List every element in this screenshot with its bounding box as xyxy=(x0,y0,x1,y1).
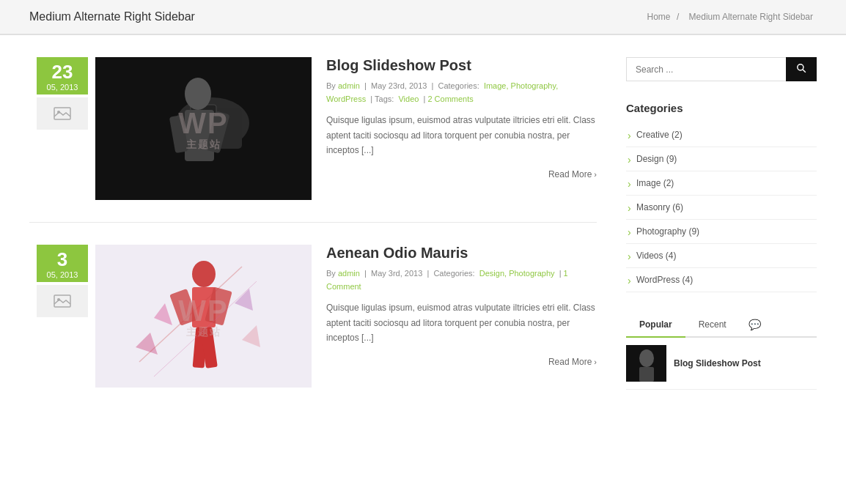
breadcrumb-current: Medium Alternate Right Sidebar xyxy=(689,12,813,22)
meta-tags-label-1: Tags: xyxy=(375,94,394,103)
post-excerpt-1: Quisque ligulas ipsum, euismod atras vul… xyxy=(326,113,597,158)
date-badge-1: 23 05, 2013 xyxy=(29,57,95,200)
post-thumbnail-2: WP主题站 xyxy=(95,245,312,388)
meta-author-1[interactable]: admin xyxy=(338,81,360,90)
tab-popular[interactable]: Popular xyxy=(626,313,685,338)
thumb-light-2: WP主题站 xyxy=(95,245,312,388)
date-month-1: 05, 2013 xyxy=(40,83,85,92)
post1-svg xyxy=(95,57,312,200)
main-container: 23 05, 2013 EVERKI xyxy=(0,35,846,453)
post-title-2[interactable]: Aenean Odio Mauris xyxy=(326,245,597,262)
svg-point-13 xyxy=(192,261,216,287)
post-excerpt-2: Quisque ligulas ipsum, euismod atras vul… xyxy=(326,300,597,345)
page-title: Medium Alternate Right Sidebar xyxy=(29,10,195,23)
tab-recent[interactable]: Recent xyxy=(685,313,740,338)
popular-post-thumb-0 xyxy=(626,345,666,382)
search-box xyxy=(626,57,817,81)
search-button[interactable] xyxy=(786,57,817,81)
post-type-icon-2 xyxy=(37,285,88,317)
post-meta-2: By admin | May 3rd, 2013 | Categories: D… xyxy=(326,267,597,293)
tabs-section: Popular Recent 💬 Blog Slideshow Post xyxy=(626,313,817,390)
date-month-2: 05, 2013 xyxy=(40,270,85,279)
meta-author-2[interactable]: admin xyxy=(338,269,360,278)
meta-categories-2[interactable]: Design, Photography xyxy=(479,269,555,278)
meta-categories-label-2: Categories: xyxy=(433,269,474,278)
date-day-2: 3 xyxy=(40,249,85,270)
read-more-chevron-2: › xyxy=(594,357,597,366)
tab-comments[interactable]: 💬 xyxy=(740,313,770,338)
date-day-1: 23 xyxy=(40,62,85,83)
category-item-3[interactable]: Masonry (6) xyxy=(626,196,817,220)
category-item-2[interactable]: Image (2) xyxy=(626,171,817,196)
date-badge-2: 3 05, 2013 xyxy=(29,245,95,388)
post-item-2: 3 05, 2013 xyxy=(29,245,597,410)
post-meta-1: By admin | May 23rd, 2013 | Categories: … xyxy=(326,80,597,105)
popular-post-0: Blog Slideshow Post xyxy=(626,338,817,390)
content-area: 23 05, 2013 EVERKI xyxy=(29,57,597,431)
svg-point-6 xyxy=(185,78,211,110)
post-item-1: 23 05, 2013 EVERKI xyxy=(29,57,597,223)
meta-date-2: May 3rd, 2013 xyxy=(371,269,422,278)
svg-rect-10 xyxy=(54,295,70,307)
meta-tags-1[interactable]: Video xyxy=(398,94,419,103)
popular-thumb-svg xyxy=(626,345,666,382)
svg-point-28 xyxy=(639,349,654,367)
read-more-2[interactable]: Read More › xyxy=(326,357,597,367)
read-more-1[interactable]: Read More › xyxy=(326,169,597,179)
meta-date-1: May 23rd, 2013 xyxy=(371,81,427,90)
search-input[interactable] xyxy=(626,57,786,81)
thumb-dark-1: EVERKI WP主题站 xyxy=(95,57,312,200)
meta-by-2: By xyxy=(326,269,336,278)
svg-rect-0 xyxy=(54,108,70,119)
meta-comments-1[interactable]: 2 Comments xyxy=(427,94,473,103)
date-box-1: 23 05, 2013 xyxy=(37,57,88,94)
post-type-icon-1 xyxy=(37,97,88,130)
category-item-5[interactable]: Videos (4) xyxy=(626,244,817,268)
popular-post-title-0[interactable]: Blog Slideshow Post xyxy=(674,358,761,368)
categories-title: Categories xyxy=(626,102,817,114)
svg-rect-29 xyxy=(639,367,654,382)
read-more-chevron-1: › xyxy=(594,170,597,179)
search-icon xyxy=(796,63,806,73)
category-item-4[interactable]: Photography (9) xyxy=(626,220,817,244)
category-item-6[interactable]: WordPress (4) xyxy=(626,268,817,292)
date-box-2: 3 05, 2013 xyxy=(37,245,88,282)
svg-line-26 xyxy=(803,70,806,73)
post-thumbnail-1: EVERKI WP主题站 xyxy=(95,57,312,200)
post-title-1[interactable]: Blog Slideshow Post xyxy=(326,57,597,74)
meta-by-1: By xyxy=(326,81,336,90)
tabs-header: Popular Recent 💬 xyxy=(626,313,817,338)
post-content-2: Aenean Odio Mauris By admin | May 3rd, 2… xyxy=(326,245,597,388)
svg-point-25 xyxy=(798,64,803,70)
image-icon-2 xyxy=(54,294,71,308)
category-item-0[interactable]: Creative (2) xyxy=(626,123,817,147)
categories-list: Creative (2) Design (9) Image (2) Masonr… xyxy=(626,123,817,292)
meta-categories-label-1: Categories: xyxy=(438,81,479,90)
image-icon-1 xyxy=(54,107,71,120)
category-item-1[interactable]: Design (9) xyxy=(626,147,817,171)
top-bar: Medium Alternate Right Sidebar Home / Me… xyxy=(0,0,846,34)
breadcrumb: Home / Medium Alternate Right Sidebar xyxy=(647,12,817,22)
breadcrumb-home[interactable]: Home xyxy=(647,12,671,22)
sidebar: Categories Creative (2) Design (9) Image… xyxy=(626,57,817,431)
post-content-1: Blog Slideshow Post By admin | May 23rd,… xyxy=(326,57,597,200)
breadcrumb-separator: / xyxy=(677,12,679,22)
popular-post-info-0: Blog Slideshow Post xyxy=(674,358,761,368)
post2-svg xyxy=(95,245,312,388)
